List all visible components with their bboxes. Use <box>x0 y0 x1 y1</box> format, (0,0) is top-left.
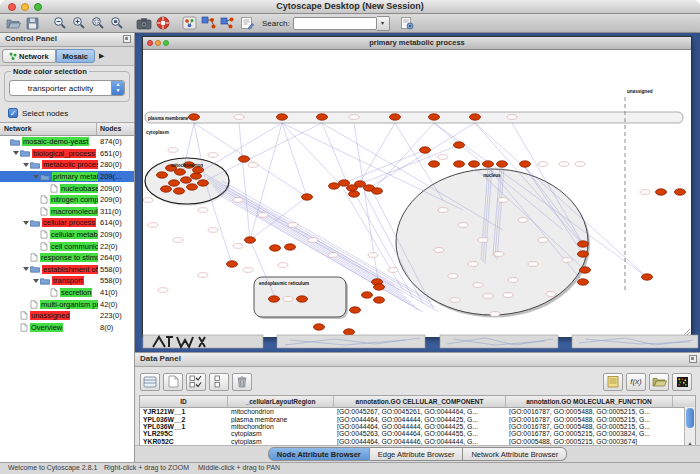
network-label-node[interactable] <box>208 228 218 233</box>
table-row[interactable]: YLR295Ccytoplasm[GO:0045263, GO:0044464,… <box>140 430 695 437</box>
network-node[interactable] <box>349 191 360 197</box>
network-node[interactable] <box>161 186 172 192</box>
network-tree-row[interactable]: nitrogen compo209(0) <box>0 194 134 206</box>
network-label-node[interactable] <box>234 115 244 120</box>
table-row[interactable]: YPL036W__1mitochondrion[GO:0044464, GO:0… <box>140 423 695 430</box>
network-label-node[interactable] <box>438 208 448 213</box>
network-label-node[interactable] <box>490 312 500 317</box>
network-node[interactable] <box>429 114 440 120</box>
network-node[interactable] <box>157 172 168 178</box>
network-node[interactable] <box>174 188 185 194</box>
network-node[interactable] <box>470 114 481 120</box>
network-label-node[interactable] <box>478 238 488 243</box>
snapshot-button[interactable] <box>134 15 153 32</box>
unselect-attributes-button[interactable] <box>209 373 229 391</box>
network-node[interactable] <box>642 274 653 280</box>
network-label-node[interactable] <box>546 292 556 297</box>
network-label-node[interactable] <box>498 198 508 203</box>
network-node[interactable] <box>578 241 589 247</box>
network-canvas[interactable]: plasma membrane cytoplasm mitochondrion … <box>143 50 691 337</box>
network-tree-row[interactable]: cellular process614(0) <box>0 217 134 229</box>
network-node[interactable] <box>350 307 361 313</box>
network-label-node[interactable] <box>168 148 178 153</box>
network-node[interactable] <box>372 188 383 194</box>
column-header[interactable]: ID <box>140 396 228 407</box>
attribute-editor-button[interactable] <box>603 373 623 391</box>
search-dropdown-arrow[interactable]: ▾ <box>377 16 390 31</box>
network-label-node[interactable] <box>468 262 478 267</box>
select-attributes-button[interactable] <box>186 373 206 391</box>
network-label-node[interactable] <box>158 288 168 293</box>
delete-attribute-button[interactable] <box>232 373 252 391</box>
network-label-node[interactable] <box>243 268 253 273</box>
network-node[interactable] <box>420 147 431 153</box>
network-node[interactable] <box>175 169 186 175</box>
disclosure-triangle[interactable] <box>23 221 29 225</box>
zoom-fit-button[interactable] <box>88 15 107 32</box>
help-button[interactable] <box>153 15 172 32</box>
zoom-in-button[interactable] <box>69 15 88 32</box>
layout-tool-button-1[interactable] <box>199 15 218 32</box>
save-session-button[interactable] <box>23 15 42 32</box>
network-node[interactable] <box>239 156 250 162</box>
network-node[interactable] <box>454 161 465 167</box>
network-label-node[interactable] <box>528 262 538 267</box>
attribute-table-button[interactable] <box>140 373 160 391</box>
network-label-node[interactable] <box>562 258 572 263</box>
network-node[interactable] <box>302 194 313 200</box>
network-node[interactable] <box>297 296 308 302</box>
network-node[interactable] <box>181 177 192 183</box>
network-label-node[interactable] <box>278 263 288 268</box>
network-label-node[interactable] <box>233 198 243 203</box>
network-node[interactable] <box>390 114 401 120</box>
network-node[interactable] <box>578 279 589 285</box>
network-tree-row[interactable]: response to stimulu264(0) <box>0 252 134 264</box>
network-label-node[interactable] <box>538 162 548 167</box>
search-config-button[interactable] <box>398 15 417 32</box>
network-label-node[interactable] <box>508 278 518 283</box>
network-node[interactable] <box>497 161 508 167</box>
disclosure-triangle[interactable] <box>23 267 29 271</box>
network-window-titlebar[interactable]: primary metabolic process <box>143 37 691 50</box>
network-node[interactable] <box>429 161 440 167</box>
edit-annotation-button[interactable] <box>237 15 256 32</box>
network-node[interactable] <box>245 237 256 243</box>
network-node[interactable] <box>191 173 202 179</box>
network-node[interactable] <box>520 161 531 167</box>
tab-network[interactable]: Network <box>2 49 56 63</box>
float-panel-icon[interactable] <box>689 355 697 363</box>
network-label-node[interactable] <box>538 238 548 243</box>
float-panel-icon[interactable] <box>123 35 131 43</box>
network-node[interactable] <box>314 324 325 330</box>
table-row[interactable]: YPL036W__2plasma membrane[GO:0044464, GO… <box>140 415 695 422</box>
network-label-node[interactable] <box>434 248 444 253</box>
network-tree-row[interactable]: transport558(0) <box>0 275 134 287</box>
network-node[interactable] <box>580 267 591 273</box>
network-node[interactable] <box>362 292 373 298</box>
layout-tool-button-2[interactable] <box>218 15 237 32</box>
network-label-node[interactable] <box>173 238 183 243</box>
network-label-node[interactable] <box>288 223 298 228</box>
network-tree-row[interactable]: biological_process651(0) <box>0 148 134 160</box>
tab-edge-attribute-browser[interactable]: Edge Attribute Browser <box>370 447 464 461</box>
network-tree-row[interactable]: unassigned223(0) <box>0 310 134 322</box>
network-label-node[interactable] <box>349 115 359 120</box>
attribute-matrix-button[interactable] <box>672 373 692 391</box>
network-node[interactable] <box>578 251 589 257</box>
network-label-node[interactable] <box>198 273 208 278</box>
network-node[interactable] <box>285 244 296 250</box>
network-label-node[interactable] <box>575 162 585 167</box>
scrollbar-thumb[interactable] <box>686 408 694 428</box>
network-tree-row[interactable]: mosaic-demo-yeast874(0) <box>0 136 134 148</box>
network-label-node[interactable] <box>198 208 208 213</box>
network-node[interactable] <box>317 114 328 120</box>
network-label-node[interactable] <box>258 213 268 218</box>
network-label-node[interactable] <box>494 252 504 257</box>
network-label-node[interactable] <box>518 218 528 223</box>
network-node[interactable] <box>675 189 686 195</box>
tree-column-nodes[interactable]: Nodes <box>97 123 134 135</box>
network-node[interactable] <box>227 261 238 267</box>
network-tree-row[interactable]: metabolic process280(0) <box>0 159 134 171</box>
select-nodes-checkbox[interactable]: ✓ <box>8 108 18 118</box>
network-label-node[interactable] <box>208 153 218 158</box>
